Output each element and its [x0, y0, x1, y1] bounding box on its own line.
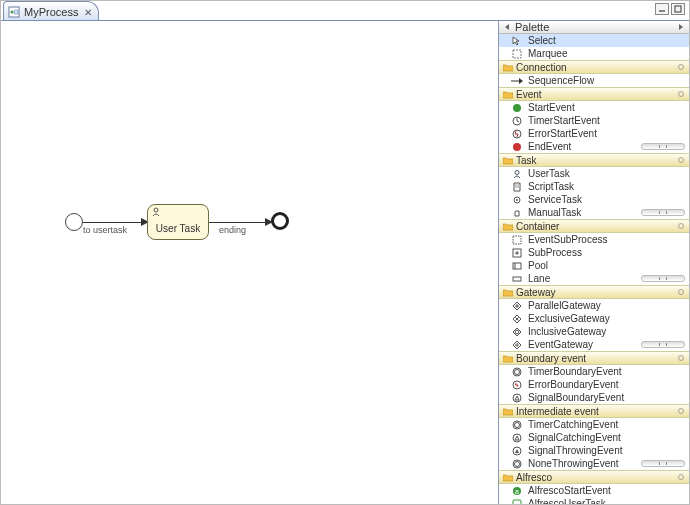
- palette-item-exclusivegateway[interactable]: ExclusiveGateway: [499, 312, 689, 325]
- diagram-canvas[interactable]: to usertask User Task ending: [1, 21, 499, 504]
- palette-item-alfrescousertask[interactable]: AlfrescoUserTask: [499, 497, 689, 504]
- palette-item-signalthrowing[interactable]: SignalThrowingEvent: [499, 444, 689, 457]
- maximize-button[interactable]: [671, 3, 685, 15]
- drawer-header-connection[interactable]: Connection: [499, 60, 689, 74]
- svg-marker-12: [519, 78, 523, 84]
- palette-item-errorstartevent[interactable]: ErrorStartEvent: [499, 127, 689, 140]
- palette-item-startevent[interactable]: StartEvent: [499, 101, 689, 114]
- alfresco-user-icon: [511, 498, 523, 505]
- palette-item-timerstartevent[interactable]: TimerStartEvent: [499, 114, 689, 127]
- svg-rect-27: [513, 236, 521, 244]
- palette-item-signalcatching[interactable]: SignalCatchingEvent: [499, 431, 689, 444]
- drawer-header-gateway[interactable]: Gateway: [499, 285, 689, 299]
- svg-point-60: [679, 475, 684, 480]
- mini-scrollbar[interactable]: [641, 460, 685, 467]
- editor-tab-myprocess[interactable]: MyProcess ✕: [3, 1, 99, 20]
- palette-item-parallelgateway[interactable]: ParallelGateway: [499, 299, 689, 312]
- palette-item-nonethrowing[interactable]: NoneThrowingEvent: [499, 457, 689, 470]
- pin-icon[interactable]: [677, 407, 685, 415]
- palette-item-label: SequenceFlow: [528, 75, 594, 86]
- palette-tool-select[interactable]: Select: [499, 34, 689, 47]
- palette-item-eventsubprocess[interactable]: EventSubProcess: [499, 233, 689, 246]
- pin-icon[interactable]: [677, 288, 685, 296]
- palette-item-label: ErrorStartEvent: [528, 128, 597, 139]
- folder-icon: [503, 90, 513, 99]
- start-event-node[interactable]: [65, 213, 83, 231]
- sequence-flow-2[interactable]: [209, 222, 267, 223]
- close-icon[interactable]: ✕: [84, 7, 92, 18]
- palette-item-label: TimerStartEvent: [528, 115, 600, 126]
- palette-header[interactable]: Palette: [499, 21, 689, 34]
- svg-point-59: [515, 461, 520, 466]
- palette-item-errorboundary[interactable]: ErrorBoundaryEvent: [499, 378, 689, 391]
- minimize-button[interactable]: [655, 3, 669, 15]
- circle-red-icon: [511, 141, 523, 153]
- user-icon: [511, 168, 523, 180]
- drawer-label: Alfresco: [516, 472, 677, 483]
- svg-marker-8: [513, 37, 519, 45]
- palette-item-label: SubProcess: [528, 247, 582, 258]
- palette-item-scripttask[interactable]: ScriptTask: [499, 180, 689, 193]
- palette-item-signalboundary[interactable]: SignalBoundaryEvent: [499, 391, 689, 404]
- diamond-pentagon-icon: [511, 339, 523, 351]
- svg-point-10: [679, 65, 684, 70]
- mini-scrollbar[interactable]: [641, 341, 685, 348]
- svg-point-13: [679, 92, 684, 97]
- palette-item-label: ServiceTask: [528, 194, 582, 205]
- palette-item-usertask[interactable]: UserTask: [499, 167, 689, 180]
- palette-item-lane[interactable]: Lane: [499, 272, 689, 285]
- svg-point-42: [515, 330, 519, 334]
- hand-icon: [511, 207, 523, 219]
- pin-icon[interactable]: [677, 354, 685, 362]
- palette-item-label: Marquee: [528, 48, 567, 59]
- drawer-header-event[interactable]: Event: [499, 87, 689, 101]
- palette-item-timercatching[interactable]: TimerCatchingEvent: [499, 418, 689, 431]
- marquee-icon: [511, 48, 523, 60]
- palette-item-eventgateway[interactable]: EventGateway: [499, 338, 689, 351]
- palette-item-pool[interactable]: Pool: [499, 259, 689, 272]
- editor-tabbar: MyProcess ✕: [1, 1, 689, 21]
- palette-item-servicetask[interactable]: ServiceTask: [499, 193, 689, 206]
- drawer-header-alfresco[interactable]: Alfresco: [499, 470, 689, 484]
- svg-marker-7: [679, 24, 683, 30]
- svg-marker-55: [515, 436, 519, 440]
- palette-item-label: TimerCatchingEvent: [528, 419, 618, 430]
- pin-icon[interactable]: [677, 473, 685, 481]
- svg-rect-63: [513, 500, 521, 505]
- svg-rect-33: [513, 277, 521, 281]
- palette-item-endevent[interactable]: EndEvent: [499, 140, 689, 153]
- palette-panel: Palette Select Marquee Connection: [499, 21, 689, 504]
- mini-scrollbar[interactable]: [641, 143, 685, 150]
- pin-icon[interactable]: [677, 63, 685, 71]
- drawer-header-intermediate[interactable]: Intermediate event: [499, 404, 689, 418]
- svg-point-19: [513, 143, 521, 151]
- pin-icon[interactable]: [677, 90, 685, 98]
- sequence-flow-1[interactable]: [83, 222, 143, 223]
- end-event-node[interactable]: [271, 212, 289, 230]
- user-task-node[interactable]: User Task: [147, 204, 209, 240]
- svg-point-34: [679, 290, 684, 295]
- pin-icon[interactable]: [677, 156, 685, 164]
- svg-rect-9: [513, 50, 521, 58]
- drawer-header-container[interactable]: Container: [499, 219, 689, 233]
- palette-item-manualtask[interactable]: ManualTask: [499, 206, 689, 219]
- palette-item-alfrescostart[interactable]: aAlfrescoStartEvent: [499, 484, 689, 497]
- drawer-header-boundary[interactable]: Boundary event: [499, 351, 689, 365]
- drawer-header-task[interactable]: Task: [499, 153, 689, 167]
- folder-icon: [503, 473, 513, 482]
- pin-icon[interactable]: [677, 222, 685, 230]
- mini-scrollbar[interactable]: [641, 209, 685, 216]
- drawer-label: Intermediate event: [516, 406, 677, 417]
- palette-item-inclusivegateway[interactable]: InclusiveGateway: [499, 325, 689, 338]
- drawer-container: Container EventSubProcess SubProcess Poo…: [499, 219, 689, 285]
- drawer-label: Container: [516, 221, 677, 232]
- palette-tool-marquee[interactable]: Marquee: [499, 47, 689, 60]
- palette-item-subprocess[interactable]: SubProcess: [499, 246, 689, 259]
- drawer-label: Boundary event: [516, 353, 677, 364]
- palette-item-label: SignalThrowingEvent: [528, 445, 623, 456]
- palette-item-sequenceflow[interactable]: SequenceFlow: [499, 74, 689, 87]
- palette-item-timerboundary[interactable]: TimerBoundaryEvent: [499, 365, 689, 378]
- mini-scrollbar[interactable]: [641, 275, 685, 282]
- palette-item-label: ScriptTask: [528, 181, 574, 192]
- user-icon: [151, 207, 161, 219]
